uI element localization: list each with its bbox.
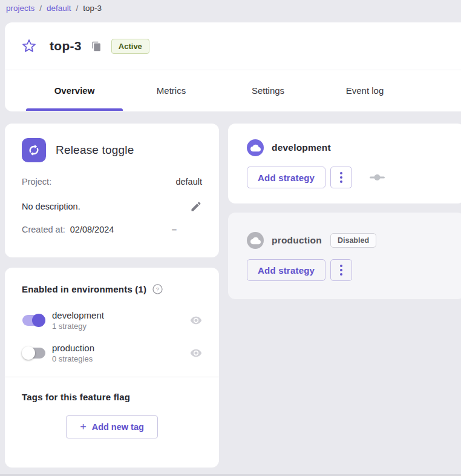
- overview-content: Release toggle Project: default No descr…: [5, 124, 456, 468]
- environment-panel-development: development Add strategy: [228, 124, 461, 203]
- production-toggle[interactable]: [22, 346, 46, 360]
- copy-name-icon[interactable]: [91, 41, 102, 51]
- active-tab-indicator: [26, 108, 123, 111]
- feature-header-card: top-3 Active Overview Metrics Settings E…: [5, 22, 461, 111]
- toggle-thumb: [32, 314, 45, 327]
- project-label: Project:: [22, 177, 51, 187]
- kebab-dot: [340, 176, 342, 179]
- toggle-thumb: [22, 346, 35, 360]
- tags-title: Tags for this feature flag: [22, 392, 202, 402]
- feature-type-row: Release toggle: [22, 138, 202, 162]
- collapse-icon[interactable]: –: [172, 226, 177, 233]
- environment-strategy-count: 0 strategies: [52, 354, 190, 364]
- development-toggle[interactable]: [22, 313, 46, 328]
- lifecycle-icon[interactable]: [370, 171, 385, 183]
- project-row: Project: default: [22, 177, 202, 187]
- tab-settings[interactable]: Settings: [220, 70, 316, 111]
- tab-event-log[interactable]: Event log: [316, 70, 413, 111]
- visibility-eye-icon[interactable]: [190, 314, 202, 326]
- environments-card: Enabled in environments (1) ? deve: [5, 268, 219, 468]
- environment-panel-production: production Disabled Add strategy: [228, 213, 461, 299]
- environment-name: development: [52, 309, 190, 321]
- disabled-badge: Disabled: [330, 233, 376, 248]
- created-label: Created at:: [22, 225, 65, 234]
- breadcrumb: projects / default / top-3: [0, 0, 461, 22]
- project-value: default: [175, 177, 202, 187]
- kebab-dot: [340, 172, 342, 174]
- environment-menu-kebab-button[interactable]: [330, 259, 352, 281]
- breadcrumb-current: top-3: [83, 4, 102, 13]
- breadcrumb-link-default[interactable]: default: [47, 4, 71, 13]
- tab-metrics-label: Metrics: [157, 85, 186, 96]
- add-new-tag-label: Add new tag: [92, 422, 144, 432]
- tab-event-log-label: Event log: [346, 85, 384, 96]
- edit-description-icon[interactable]: [190, 200, 202, 213]
- favorite-star-icon[interactable]: [22, 39, 36, 53]
- breadcrumb-separator: /: [76, 4, 79, 13]
- plus-icon: +: [80, 421, 87, 434]
- tab-overview-label: Overview: [54, 85, 95, 96]
- add-new-tag-button[interactable]: + Add new tag: [66, 415, 158, 438]
- created-row: Created at: 02/08/2024 –: [22, 225, 202, 234]
- tab-metrics[interactable]: Metrics: [123, 70, 220, 111]
- feature-title-row: top-3 Active: [5, 22, 461, 70]
- right-column: development Add strategy: [228, 124, 461, 468]
- environment-strategy-count: 1 strategy: [52, 321, 190, 331]
- breadcrumb-separator: /: [39, 4, 42, 13]
- production-cloud-icon: [247, 232, 264, 249]
- development-cloud-icon: [247, 139, 264, 156]
- description-row: No description.: [22, 200, 202, 213]
- panel-environment-name: development: [272, 142, 331, 153]
- kebab-dot: [340, 273, 342, 276]
- breadcrumb-link-projects[interactable]: projects: [6, 4, 34, 13]
- add-strategy-button[interactable]: Add strategy: [247, 259, 325, 281]
- visibility-eye-icon[interactable]: [190, 347, 202, 359]
- help-icon[interactable]: ?: [152, 283, 163, 295]
- kebab-dot: [340, 269, 342, 271]
- environment-row-production: production 0 strategies: [22, 342, 202, 364]
- enabled-environments-section: Enabled in environments (1) ? deve: [5, 283, 219, 364]
- page-title: top-3: [50, 39, 82, 53]
- environment-name: production: [52, 342, 190, 354]
- add-strategy-button[interactable]: Add strategy: [247, 167, 325, 188]
- svg-text:?: ?: [156, 286, 159, 293]
- kebab-dot: [340, 180, 342, 183]
- created-value: 02/08/2024: [70, 225, 114, 234]
- kebab-dot: [340, 265, 342, 267]
- feature-type-label: Release toggle: [56, 144, 134, 157]
- panel-environment-name: production: [272, 235, 322, 246]
- feature-tabs: Overview Metrics Settings Event log: [5, 70, 461, 111]
- environment-menu-kebab-button[interactable]: [330, 167, 352, 188]
- left-column: Release toggle Project: default No descr…: [5, 124, 219, 468]
- tags-section: Tags for this feature flag + Add new tag: [5, 377, 219, 438]
- release-toggle-icon: [22, 138, 46, 162]
- tab-overview[interactable]: Overview: [26, 70, 123, 111]
- feature-details-card: Release toggle Project: default No descr…: [5, 124, 219, 257]
- tab-settings-label: Settings: [252, 85, 284, 96]
- environment-row-development: development 1 strategy: [22, 309, 202, 331]
- description-text: No description.: [22, 202, 80, 211]
- status-badge: Active: [111, 39, 149, 54]
- enabled-environments-title: Enabled in environments (1): [22, 284, 146, 294]
